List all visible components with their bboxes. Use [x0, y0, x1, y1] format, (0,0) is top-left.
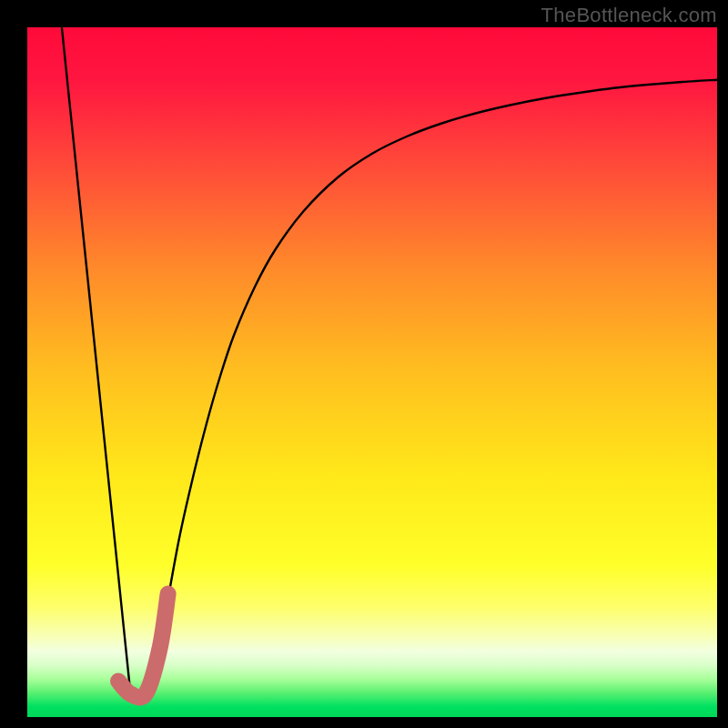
series-right-curve — [151, 80, 717, 690]
series-left-line — [62, 27, 131, 696]
attribution-label: TheBottleneck.com — [541, 4, 717, 27]
curves-layer — [27, 27, 717, 710]
plot-area — [27, 27, 717, 710]
chart-frame: TheBottleneck.com — [0, 0, 728, 728]
